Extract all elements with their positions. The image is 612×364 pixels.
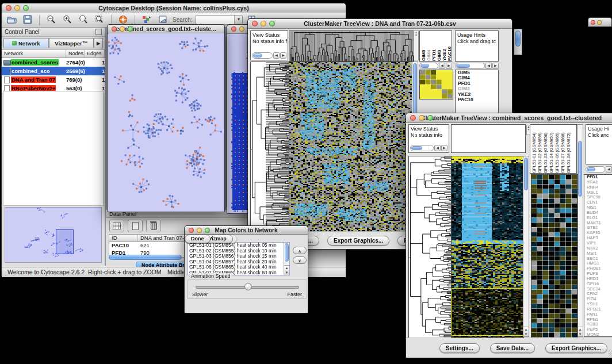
- minimize-button[interactable]: [239, 26, 244, 32]
- zoom-in-button[interactable]: [61, 14, 74, 26]
- gene-label[interactable]: PAC10: [457, 97, 498, 102]
- close-button[interactable]: [112, 26, 117, 32]
- zoom-button[interactable]: [205, 228, 210, 233]
- hscroll-thumb[interactable]: [420, 64, 429, 68]
- row-dendrogram-canvas[interactable]: [408, 156, 452, 338]
- vscroll-thumb[interactable]: [285, 243, 289, 262]
- move-down-button[interactable]: ∨: [293, 256, 307, 264]
- dialog-button[interactable]: Done: [185, 235, 211, 243]
- data-panel-hscrollbar[interactable]: [109, 255, 183, 260]
- scroll-right-arrow[interactable]: ▶: [492, 63, 499, 69]
- control-panel-tab[interactable]: VizMapper™: [49, 38, 94, 48]
- float-panel-icon[interactable]: [95, 29, 102, 35]
- zoom-selected-button[interactable]: [93, 14, 106, 26]
- close-button[interactable]: [252, 21, 258, 26]
- usage-hints-hscrollbar[interactable]: ◀: [586, 166, 612, 173]
- column-nodes[interactable]: Nodes: [66, 50, 85, 58]
- vscroll-arrows[interactable]: ▲▼: [523, 327, 529, 336]
- search-dropdown-arrow[interactable]: ▼: [234, 16, 242, 24]
- scroll-left-arrow[interactable]: ◀: [439, 63, 445, 69]
- open-session-button[interactable]: [5, 14, 18, 26]
- scroll-left-arrow[interactable]: ◀: [434, 145, 441, 151]
- view-status-hscrollbar[interactable]: ◀ ▶: [410, 145, 447, 151]
- network-row[interactable]: DNA and Tran 07 769(0) 183728(0): [2, 75, 105, 84]
- vscroll-thumb[interactable]: [515, 30, 521, 47]
- usage-hints-hscrollbar[interactable]: ◀ ▶: [455, 63, 499, 69]
- scroll-right-arrow[interactable]: ▶: [280, 52, 286, 59]
- hscroll-thumb[interactable]: [411, 146, 422, 150]
- treeview2-titlebar[interactable]: ClusterMaker TreeView : combined_scores_…: [406, 113, 612, 123]
- attr-column-id[interactable]: ID: [109, 235, 138, 242]
- resize-grip[interactable]: [609, 350, 612, 357]
- treeview1-button[interactable]: Export Graphics...: [327, 236, 389, 246]
- slider-thumb[interactable]: [244, 283, 252, 290]
- treeview2-button[interactable]: Save Data...: [490, 343, 535, 353]
- speed-slider[interactable]: [196, 286, 299, 289]
- close-button[interactable]: [231, 26, 236, 32]
- scroll-left-arrow[interactable]: ◀: [273, 52, 280, 59]
- global-heatmap-canvas[interactable]: [289, 62, 412, 232]
- hscroll-thumb[interactable]: [253, 53, 262, 58]
- column-dendrogram-area[interactable]: [451, 124, 526, 153]
- vscroll-arrows[interactable]: ▲▼: [284, 265, 289, 275]
- hscroll-thumb[interactable]: [587, 167, 595, 171]
- search-input[interactable]: ▼: [196, 15, 243, 25]
- zoom-button[interactable]: [427, 115, 433, 121]
- scroll-right-arrow[interactable]: ▶: [441, 145, 447, 151]
- heatmap-vscrollbar[interactable]: ▲▼: [523, 156, 529, 337]
- minimize-button[interactable]: [597, 20, 602, 25]
- minimize-button[interactable]: [419, 115, 424, 121]
- close-button[interactable]: [591, 20, 595, 25]
- vscroll-thumb[interactable]: [524, 158, 528, 190]
- column-network[interactable]: Network: [2, 50, 66, 58]
- minimize-button[interactable]: [14, 5, 20, 11]
- treeview1-titlebar[interactable]: ClusterMaker TreeView : DNA and Tran 07-…: [248, 19, 512, 29]
- hscroll-thumb[interactable]: [109, 255, 182, 260]
- attribute-select-button[interactable]: [109, 220, 124, 232]
- labels-hscrollbar[interactable]: ◀ ▶: [419, 63, 452, 69]
- row-dendrogram-canvas[interactable]: [250, 62, 289, 232]
- vscroll-thumb[interactable]: [578, 141, 582, 197]
- list-vscrollbar[interactable]: ▲▼: [284, 243, 289, 275]
- close-button[interactable]: [189, 228, 194, 233]
- tab-overflow-arrow[interactable]: ▶: [94, 38, 103, 48]
- dialog-titlebar[interactable]: Map Colors to Network: [185, 226, 308, 235]
- mini-scroll-strip[interactable]: ▲▼: [414, 30, 419, 60]
- close-button[interactable]: [6, 5, 12, 11]
- column-dendrogram-canvas[interactable]: [289, 30, 414, 62]
- network-overview-canvas[interactable]: [5, 208, 102, 261]
- zoom-button[interactable]: [128, 26, 133, 32]
- netview1-titlebar[interactable]: combined_scores_good.txt--cluste...: [108, 25, 224, 34]
- view-status-hscrollbar[interactable]: ◀ ▶: [252, 52, 286, 59]
- hidden-window-titlebar-fragment[interactable]: [588, 17, 612, 27]
- zoom-out-button[interactable]: [45, 14, 58, 26]
- zoom-heatmap-canvas[interactable]: [419, 70, 453, 99]
- close-button[interactable]: [410, 115, 416, 121]
- minimize-button[interactable]: [261, 21, 266, 26]
- minimize-button[interactable]: [120, 26, 125, 32]
- delete-attribute-button[interactable]: [146, 220, 161, 232]
- zoom-heatmap-canvas[interactable]: [531, 174, 578, 338]
- vscroll-arrows[interactable]: ▲▼: [577, 327, 583, 336]
- network-row[interactable]: combined_sco 2569(6) 13112(15): [2, 67, 105, 75]
- scroll-left-arrow[interactable]: ◀: [606, 166, 612, 173]
- save-session-button[interactable]: [21, 14, 34, 26]
- network-canvas[interactable]: [108, 33, 224, 212]
- hscroll-thumb[interactable]: [456, 64, 470, 68]
- network-row[interactable]: combined_scores 2764(0) 16218(0): [2, 58, 105, 67]
- move-up-button[interactable]: ∧: [293, 247, 307, 254]
- new-attribute-button[interactable]: [128, 220, 143, 232]
- control-panel-tab[interactable]: Network: [3, 38, 49, 48]
- scroll-left-arrow[interactable]: ◀: [485, 63, 492, 69]
- network-overview-panel[interactable]: [5, 207, 102, 263]
- gene-label[interactable]: MON2: [586, 332, 612, 337]
- hidden-window-scrollbar-fragment[interactable]: [514, 29, 522, 55]
- treeview2-button[interactable]: Settings...: [439, 343, 480, 353]
- minimize-button[interactable]: [197, 228, 202, 233]
- scroll-right-arrow[interactable]: ▶: [446, 63, 452, 69]
- treeview2-button[interactable]: Export Graphics...: [545, 343, 607, 353]
- zoom-button[interactable]: [269, 21, 275, 26]
- column-edges[interactable]: Edges: [85, 50, 105, 58]
- cytoscape-titlebar[interactable]: Cytoscape Desktop (Session Name: collins…: [2, 3, 346, 13]
- zoom-fit-button[interactable]: [77, 14, 90, 26]
